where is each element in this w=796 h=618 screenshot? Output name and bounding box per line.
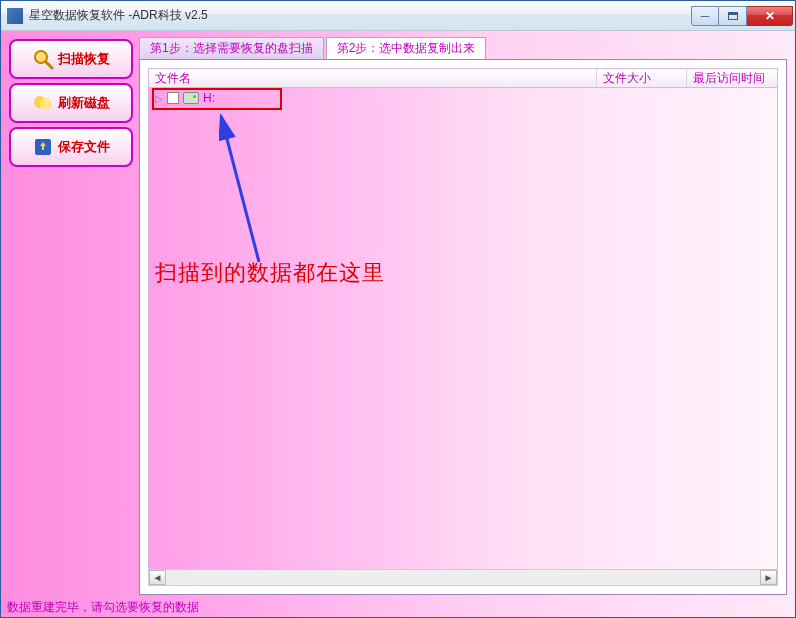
tab-step1[interactable]: 第1步：选择需要恢复的盘扫描 [139, 37, 324, 59]
main-row: 扫描恢复 刷新磁盘 保存文件 第1步：选择需要恢复的盘扫描 [1, 31, 795, 597]
app-window: 星空数据恢复软件 -ADR科技 v2.5 ─ ✕ 扫描恢复 刷新 [0, 0, 796, 618]
status-text: 数据重建完毕，请勾选要恢复的数据 [7, 599, 199, 616]
column-lastaccess[interactable]: 最后访问时间 [687, 69, 777, 87]
expand-icon[interactable]: ▷ [155, 93, 163, 104]
save-file-button[interactable]: 保存文件 [9, 127, 133, 167]
sidebar: 扫描恢复 刷新磁盘 保存文件 [9, 37, 133, 595]
tab-label: 第1步：选择需要恢复的盘扫描 [150, 40, 313, 57]
maximize-icon [728, 12, 738, 20]
column-filename[interactable]: 文件名 [149, 69, 597, 87]
svg-line-6 [221, 116, 259, 262]
annotation-arrow-icon [219, 112, 379, 272]
window-title: 星空数据恢复软件 -ADR科技 v2.5 [29, 7, 691, 24]
refresh-icon [32, 92, 54, 114]
horizontal-scrollbar[interactable]: ◄ ► [148, 569, 778, 586]
titlebar: 星空数据恢复软件 -ADR科技 v2.5 ─ ✕ [1, 1, 795, 31]
checkbox[interactable] [167, 92, 179, 104]
close-button[interactable]: ✕ [747, 6, 793, 26]
scroll-right-button[interactable]: ► [760, 570, 777, 585]
status-bar: 数据重建完毕，请勾选要恢复的数据 [1, 597, 795, 617]
list-body: ▷ H: 扫描到的数据都在这里 [148, 88, 778, 586]
tabs: 第1步：选择需要恢复的盘扫描 第2步：选中数据复制出来 [139, 37, 787, 59]
body-area: 扫描恢复 刷新磁盘 保存文件 第1步：选择需要恢复的盘扫描 [1, 31, 795, 617]
maximize-button[interactable] [719, 6, 747, 26]
annotation-text: 扫描到的数据都在这里 [155, 258, 385, 288]
scroll-left-button[interactable]: ◄ [149, 570, 166, 585]
svg-line-1 [46, 62, 52, 68]
minimize-button[interactable]: ─ [691, 6, 719, 26]
refresh-disk-button[interactable]: 刷新磁盘 [9, 83, 133, 123]
magnifier-icon [32, 48, 54, 70]
sidebar-item-label: 扫描恢复 [58, 50, 110, 68]
list-item[interactable]: ▷ H: [149, 88, 777, 108]
list-header: 文件名 文件大小 最后访问时间 [148, 68, 778, 88]
scan-recover-button[interactable]: 扫描恢复 [9, 39, 133, 79]
column-filesize[interactable]: 文件大小 [597, 69, 687, 87]
sidebar-item-label: 刷新磁盘 [58, 94, 110, 112]
tab-label: 第2步：选中数据复制出来 [337, 40, 476, 57]
content-area: 第1步：选择需要恢复的盘扫描 第2步：选中数据复制出来 文件名 文件大小 最后访… [139, 37, 787, 595]
save-icon [32, 136, 54, 158]
result-panel: 文件名 文件大小 最后访问时间 ▷ H: [139, 59, 787, 595]
svg-point-3 [40, 98, 52, 110]
scroll-track[interactable] [166, 570, 760, 585]
tab-step2[interactable]: 第2步：选中数据复制出来 [326, 37, 487, 59]
drive-label: H: [203, 91, 215, 105]
drive-icon [183, 92, 199, 104]
sidebar-item-label: 保存文件 [58, 138, 110, 156]
window-controls: ─ ✕ [691, 6, 793, 26]
app-icon [7, 8, 23, 24]
